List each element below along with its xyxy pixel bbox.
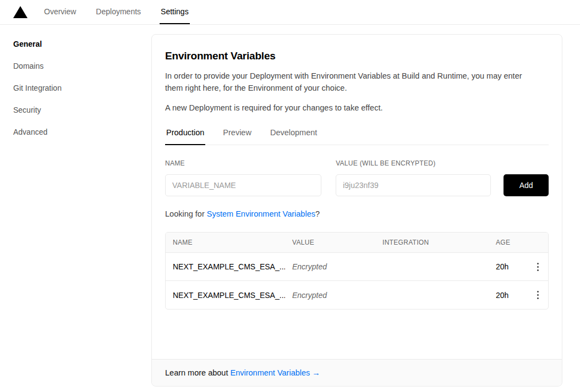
environment-variables-card: Environment Variables In order to provid… [151,34,562,387]
vercel-logo[interactable] [13,6,28,18]
settings-content: General Domains Git Integration Security… [0,25,580,387]
add-variable-form: NAME VALUE (WILL BE ENCRYPTED) Add [165,159,549,196]
sidebar-item-general[interactable]: General [13,39,151,49]
sidebar-item-security[interactable]: Security [13,105,151,115]
value-label: VALUE (WILL BE ENCRYPTED) [336,159,491,167]
variable-name-input[interactable] [165,174,321,196]
cell-variable-name: NEXT_EXAMPLE_CMS_ESA_... [166,262,285,271]
environment-tabs: Production Preview Development [165,128,549,145]
cell-age: 20h [489,291,527,300]
header-name: NAME [166,239,285,246]
system-env-suffix: ? [315,209,320,218]
card-description-note: A new Deployment is required for your ch… [165,102,535,114]
table-row: NEXT_EXAMPLE_CMS_ESA_... Encrypted 20h [166,253,548,281]
variable-value-input[interactable] [336,174,491,196]
footer-text: Learn more about [165,368,231,377]
cell-variable-value: Encrypted [285,291,375,300]
system-env-prefix: Looking for [165,209,207,218]
name-field-group: NAME [165,159,321,196]
system-env-link[interactable]: System Environment Variables [207,209,315,218]
name-label: NAME [165,159,321,167]
nav-item-deployments[interactable]: Deployments [95,0,142,24]
table-row: NEXT_EXAMPLE_CMS_ESA_... Encrypted 20h [166,281,548,309]
header-age: AGE [489,239,527,246]
nav-item-overview[interactable]: Overview [43,0,77,24]
tab-development[interactable]: Development [269,128,318,145]
value-field-group: VALUE (WILL BE ENCRYPTED) [336,159,491,196]
tab-preview[interactable]: Preview [222,128,253,145]
system-env-row: Looking for System Environment Variables… [165,209,549,218]
row-menu-button[interactable] [531,259,544,274]
environment-variables-docs-link[interactable]: Environment Variables → [231,368,320,377]
cell-age: 20h [489,262,527,271]
card-footer: Learn more about Environment Variables → [152,359,562,386]
row-menu-cell [527,288,548,303]
nav-item-settings[interactable]: Settings [160,0,190,24]
vercel-triangle-icon [13,6,28,18]
card-body: Environment Variables In order to provid… [152,35,562,310]
nav-tabs: Overview Deployments Settings [43,0,207,24]
card-description: In order to provide your Deployment with… [165,70,535,94]
sidebar-item-domains[interactable]: Domains [13,61,151,71]
header-value: VALUE [285,239,375,246]
sidebar-item-git-integration[interactable]: Git Integration [13,83,151,93]
kebab-menu-icon [537,263,539,264]
row-menu-cell [527,259,548,274]
add-button[interactable]: Add [504,174,549,196]
kebab-menu-icon [537,291,539,292]
row-menu-button[interactable] [531,288,544,303]
header-integration: INTEGRATION [375,239,489,246]
table-header-row: NAME VALUE INTEGRATION AGE [166,233,548,253]
variables-table: NAME VALUE INTEGRATION AGE NEXT_EXAMPLE_… [165,232,549,310]
cell-variable-name: NEXT_EXAMPLE_CMS_ESA_... [166,291,285,300]
settings-sidebar: General Domains Git Integration Security… [13,34,151,387]
cell-variable-value: Encrypted [285,262,375,271]
tab-production[interactable]: Production [165,128,205,145]
card-title: Environment Variables [165,50,549,62]
sidebar-item-advanced[interactable]: Advanced [13,127,151,137]
top-navigation: Overview Deployments Settings [0,0,580,25]
